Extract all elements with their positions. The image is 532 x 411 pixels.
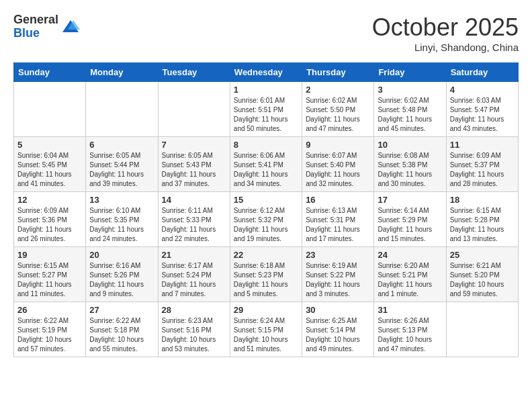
- day-info: Sunrise: 6:22 AM Sunset: 5:19 PM Dayligh…: [17, 316, 82, 354]
- day-info: Sunrise: 6:13 AM Sunset: 5:31 PM Dayligh…: [306, 206, 370, 244]
- calendar-header-row: Sunday Monday Tuesday Wednesday Thursday…: [14, 63, 519, 82]
- logo-blue: Blue: [13, 27, 58, 40]
- table-row: 11Sunrise: 6:09 AM Sunset: 5:37 PM Dayli…: [446, 137, 518, 192]
- day-number: 20: [89, 250, 154, 260]
- table-row: 25Sunrise: 6:21 AM Sunset: 5:20 PM Dayli…: [446, 247, 518, 302]
- day-number: 15: [234, 195, 298, 205]
- header: General Blue October 2025 Linyi, Shandon…: [13, 13, 519, 53]
- day-number: 19: [17, 250, 82, 260]
- day-info: Sunrise: 6:02 AM Sunset: 5:50 PM Dayligh…: [306, 96, 370, 134]
- col-saturday: Saturday: [446, 63, 518, 82]
- logo-icon: [61, 17, 80, 36]
- location: Linyi, Shandong, China: [372, 42, 519, 53]
- day-info: Sunrise: 6:05 AM Sunset: 5:43 PM Dayligh…: [162, 151, 226, 189]
- day-info: Sunrise: 6:17 AM Sunset: 5:24 PM Dayligh…: [162, 261, 226, 299]
- day-number: 27: [89, 305, 154, 315]
- day-info: Sunrise: 6:22 AM Sunset: 5:18 PM Dayligh…: [89, 316, 154, 354]
- calendar-week-row: 19Sunrise: 6:15 AM Sunset: 5:27 PM Dayli…: [14, 247, 519, 302]
- day-number: 14: [162, 195, 226, 205]
- day-info: Sunrise: 6:09 AM Sunset: 5:37 PM Dayligh…: [450, 151, 515, 189]
- day-number: 11: [450, 140, 515, 150]
- day-number: 23: [306, 250, 370, 260]
- table-row: [86, 82, 158, 137]
- day-number: 17: [378, 195, 442, 205]
- day-info: Sunrise: 6:08 AM Sunset: 5:38 PM Dayligh…: [378, 151, 442, 189]
- logo-general: General: [13, 13, 58, 27]
- day-info: Sunrise: 6:19 AM Sunset: 5:22 PM Dayligh…: [306, 261, 370, 299]
- day-number: 1: [234, 85, 298, 95]
- table-row: 6Sunrise: 6:05 AM Sunset: 5:44 PM Daylig…: [86, 137, 158, 192]
- day-info: Sunrise: 6:23 AM Sunset: 5:16 PM Dayligh…: [162, 316, 226, 354]
- day-number: 31: [378, 305, 442, 315]
- logo: General Blue: [13, 13, 80, 40]
- day-number: 7: [162, 140, 226, 150]
- day-number: 18: [450, 195, 515, 205]
- day-info: Sunrise: 6:24 AM Sunset: 5:15 PM Dayligh…: [234, 316, 298, 354]
- day-number: 24: [378, 250, 442, 260]
- table-row: 8Sunrise: 6:06 AM Sunset: 5:41 PM Daylig…: [230, 137, 302, 192]
- calendar-week-row: 1Sunrise: 6:01 AM Sunset: 5:51 PM Daylig…: [14, 82, 519, 137]
- day-number: 2: [306, 85, 370, 95]
- table-row: 10Sunrise: 6:08 AM Sunset: 5:38 PM Dayli…: [374, 137, 446, 192]
- calendar-table: Sunday Monday Tuesday Wednesday Thursday…: [13, 62, 519, 357]
- table-row: 23Sunrise: 6:19 AM Sunset: 5:22 PM Dayli…: [302, 247, 374, 302]
- table-row: 5Sunrise: 6:04 AM Sunset: 5:45 PM Daylig…: [14, 137, 86, 192]
- calendar-week-row: 26Sunrise: 6:22 AM Sunset: 5:19 PM Dayli…: [14, 302, 519, 357]
- table-row: 12Sunrise: 6:09 AM Sunset: 5:36 PM Dayli…: [14, 192, 86, 247]
- day-number: 29: [234, 305, 298, 315]
- table-row: 18Sunrise: 6:15 AM Sunset: 5:28 PM Dayli…: [446, 192, 518, 247]
- table-row: 29Sunrise: 6:24 AM Sunset: 5:15 PM Dayli…: [230, 302, 302, 357]
- day-info: Sunrise: 6:26 AM Sunset: 5:13 PM Dayligh…: [378, 316, 442, 354]
- table-row: 9Sunrise: 6:07 AM Sunset: 5:40 PM Daylig…: [302, 137, 374, 192]
- col-monday: Monday: [86, 63, 158, 82]
- col-tuesday: Tuesday: [158, 63, 230, 82]
- day-number: 4: [450, 85, 515, 95]
- table-row: 22Sunrise: 6:18 AM Sunset: 5:23 PM Dayli…: [230, 247, 302, 302]
- page: General Blue October 2025 Linyi, Shandon…: [0, 0, 532, 364]
- day-number: 12: [17, 195, 82, 205]
- table-row: 17Sunrise: 6:14 AM Sunset: 5:29 PM Dayli…: [374, 192, 446, 247]
- day-number: 13: [89, 195, 154, 205]
- month-title: October 2025: [372, 13, 519, 42]
- col-sunday: Sunday: [14, 63, 86, 82]
- day-info: Sunrise: 6:18 AM Sunset: 5:23 PM Dayligh…: [234, 261, 298, 299]
- table-row: 15Sunrise: 6:12 AM Sunset: 5:32 PM Dayli…: [230, 192, 302, 247]
- day-number: 5: [17, 140, 82, 150]
- day-number: 21: [162, 250, 226, 260]
- day-number: 25: [450, 250, 515, 260]
- day-info: Sunrise: 6:15 AM Sunset: 5:28 PM Dayligh…: [450, 206, 515, 244]
- day-info: Sunrise: 6:12 AM Sunset: 5:32 PM Dayligh…: [234, 206, 298, 244]
- table-row: 19Sunrise: 6:15 AM Sunset: 5:27 PM Dayli…: [14, 247, 86, 302]
- table-row: 21Sunrise: 6:17 AM Sunset: 5:24 PM Dayli…: [158, 247, 230, 302]
- day-info: Sunrise: 6:25 AM Sunset: 5:14 PM Dayligh…: [306, 316, 370, 354]
- day-info: Sunrise: 6:05 AM Sunset: 5:44 PM Dayligh…: [89, 151, 154, 189]
- title-block: October 2025 Linyi, Shandong, China: [372, 13, 519, 53]
- day-info: Sunrise: 6:07 AM Sunset: 5:40 PM Dayligh…: [306, 151, 370, 189]
- table-row: [446, 302, 518, 357]
- day-info: Sunrise: 6:01 AM Sunset: 5:51 PM Dayligh…: [234, 96, 298, 134]
- logo-text: General Blue: [13, 13, 58, 40]
- day-info: Sunrise: 6:09 AM Sunset: 5:36 PM Dayligh…: [17, 206, 82, 244]
- day-info: Sunrise: 6:02 AM Sunset: 5:48 PM Dayligh…: [378, 96, 442, 134]
- table-row: [14, 82, 86, 137]
- day-number: 16: [306, 195, 370, 205]
- col-thursday: Thursday: [302, 63, 374, 82]
- col-wednesday: Wednesday: [230, 63, 302, 82]
- table-row: 2Sunrise: 6:02 AM Sunset: 5:50 PM Daylig…: [302, 82, 374, 137]
- table-row: 14Sunrise: 6:11 AM Sunset: 5:33 PM Dayli…: [158, 192, 230, 247]
- day-number: 6: [89, 140, 154, 150]
- day-info: Sunrise: 6:04 AM Sunset: 5:45 PM Dayligh…: [17, 151, 82, 189]
- table-row: 27Sunrise: 6:22 AM Sunset: 5:18 PM Dayli…: [86, 302, 158, 357]
- table-row: 30Sunrise: 6:25 AM Sunset: 5:14 PM Dayli…: [302, 302, 374, 357]
- day-info: Sunrise: 6:11 AM Sunset: 5:33 PM Dayligh…: [162, 206, 226, 244]
- calendar-week-row: 12Sunrise: 6:09 AM Sunset: 5:36 PM Dayli…: [14, 192, 519, 247]
- day-info: Sunrise: 6:14 AM Sunset: 5:29 PM Dayligh…: [378, 206, 442, 244]
- day-number: 22: [234, 250, 298, 260]
- day-number: 10: [378, 140, 442, 150]
- table-row: 1Sunrise: 6:01 AM Sunset: 5:51 PM Daylig…: [230, 82, 302, 137]
- day-number: 28: [162, 305, 226, 315]
- day-info: Sunrise: 6:20 AM Sunset: 5:21 PM Dayligh…: [378, 261, 442, 299]
- col-friday: Friday: [374, 63, 446, 82]
- day-number: 9: [306, 140, 370, 150]
- day-number: 30: [306, 305, 370, 315]
